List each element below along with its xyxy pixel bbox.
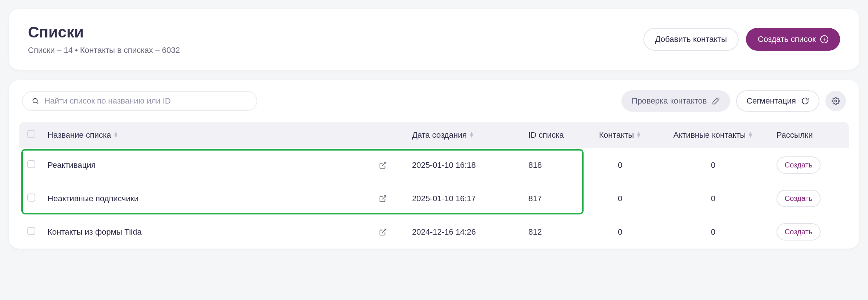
row-checkbox[interactable] [27,160,35,168]
header-name-label: Название списка [47,130,111,140]
search-field[interactable] [22,91,257,111]
svg-line-1 [37,102,38,104]
cell-contacts: 0 [585,148,655,182]
header-name[interactable]: Название списка▲▼ [42,122,407,148]
lists-table: Название списка▲▼ Дата создания▲▼ ID спи… [19,122,849,249]
svg-line-5 [382,229,386,232]
row-create-button[interactable]: Создать [776,190,821,207]
external-link-icon [379,195,387,203]
header-actions: Добавить контакты Создать список + [643,28,840,51]
cell-active: 0 [655,182,771,215]
svg-point-0 [33,98,37,103]
refresh-icon [801,97,809,105]
cell-id: 817 [523,182,585,215]
table-row: Реактивация2025-01-10 16:1881800Создать [19,148,849,182]
cell-contacts: 0 [585,215,655,249]
gear-icon [832,97,840,105]
header-id-label: ID списка [528,130,564,140]
cell-id: 812 [523,215,585,249]
cell-date: 2025-01-10 16:18 [407,148,523,182]
page-subtitle: Списки – 14 • Контакты в списках – 6032 [28,46,180,55]
header-contacts-label: Контакты [599,130,634,140]
svg-line-3 [382,162,386,166]
row-create-button[interactable]: Создать [776,223,821,241]
cell-date: 2025-01-10 16:17 [407,182,523,215]
row-checkbox[interactable] [27,194,35,202]
sort-icon: ▲▼ [748,131,753,137]
cell-id: 818 [523,148,585,182]
sort-icon: ▲▼ [636,131,641,137]
header-date[interactable]: Дата создания▲▼ [407,122,523,148]
header-id[interactable]: ID списка [523,122,585,148]
page-title: Списки [28,24,180,41]
cell-active: 0 [655,215,771,249]
list-name-link[interactable]: Контакты из формы Tilda [47,227,141,237]
cell-contacts: 0 [585,182,655,215]
table-row: Неактивные подписчики2025-01-10 16:17817… [19,182,849,215]
content-card: Проверка контактов Сегментация Название … [9,80,859,249]
segmentation-label: Сегментация [746,96,796,106]
table-row: Контакты из формы Tilda2024-12-16 14:268… [19,215,849,249]
svg-line-4 [382,195,386,199]
svg-point-2 [835,100,837,102]
header-text-block: Списки Списки – 14 • Контакты в списках … [28,24,180,55]
sort-icon: ▲▼ [469,131,474,137]
search-icon [32,97,39,105]
row-create-button[interactable]: Создать [776,156,821,174]
create-list-label: Создать список [758,35,816,44]
header-card: Списки Списки – 14 • Контакты в списках … [9,9,859,70]
check-contacts-button[interactable]: Проверка контактов [621,90,731,112]
header-contacts[interactable]: Контакты▲▼ [585,122,655,148]
create-list-button[interactable]: Создать список + [746,28,840,51]
table-header-row: Название списка▲▼ Дата создания▲▼ ID спи… [19,122,849,148]
cell-date: 2024-12-16 14:26 [407,215,523,249]
wand-icon [712,97,720,105]
segmentation-button[interactable]: Сегментация [736,90,819,112]
external-link-icon [379,228,387,236]
plus-icon: + [820,35,828,43]
sort-icon: ▲▼ [113,131,118,137]
check-contacts-label: Проверка контактов [632,96,707,106]
header-mailings-label: Рассылки [776,130,813,140]
settings-button[interactable] [825,91,846,111]
cell-active: 0 [655,148,771,182]
add-contacts-button[interactable]: Добавить контакты [643,28,739,51]
row-checkbox[interactable] [27,227,35,235]
header-active-label: Активные контакты [673,130,746,140]
table-area: Название списка▲▼ Дата создания▲▼ ID спи… [19,122,849,249]
toolbar: Проверка контактов Сегментация [19,90,849,112]
header-checkbox-cell [19,122,42,148]
header-date-label: Дата создания [412,130,467,140]
external-link-icon [379,161,387,169]
search-input[interactable] [44,96,248,106]
add-contacts-label: Добавить контакты [655,35,727,44]
header-mailings[interactable]: Рассылки [771,122,849,148]
list-name-link[interactable]: Реактивация [47,160,96,170]
select-all-checkbox[interactable] [27,130,35,138]
list-name-link[interactable]: Неактивные подписчики [47,194,139,203]
header-active[interactable]: Активные контакты▲▼ [655,122,771,148]
